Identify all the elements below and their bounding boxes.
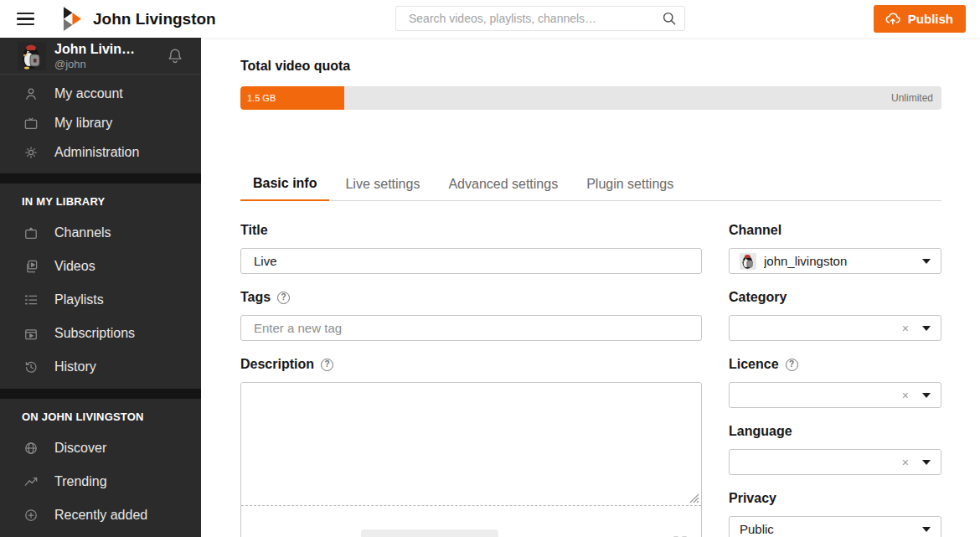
tags-help-icon[interactable] (277, 292, 290, 304)
sidebar-item-my-account[interactable]: My account (0, 79, 201, 108)
chevron-down-icon (922, 326, 931, 331)
top-header: John Livingston Publish (0, 0, 980, 38)
chevron-down-icon (922, 393, 931, 398)
description-group: Description Tr (240, 357, 702, 537)
globe-icon (23, 440, 39, 457)
playlist-icon (23, 292, 39, 308)
person-icon (23, 85, 39, 102)
basic-info-form: Title Tags Description (240, 223, 941, 537)
sidebar-item-label: Playlists (54, 292, 104, 307)
history-clock-icon (23, 359, 39, 375)
privacy-group: Privacy Public (729, 491, 941, 537)
chevron-down-icon (922, 259, 931, 264)
sidebar-item-label: History (54, 359, 96, 374)
description-preview-controls: Truncated preview Complete preview (241, 506, 701, 537)
quota-title: Total video quota (240, 59, 941, 74)
form-right-column: Channel (729, 223, 941, 537)
sidebar-item-label: Channels (54, 225, 111, 240)
sidebar-item-videos[interactable]: Videos (0, 250, 201, 283)
sidebar-item-my-library[interactable]: My library (0, 108, 201, 137)
sidebar-item-label: My account (54, 86, 123, 101)
sidebar-item-history[interactable]: History (0, 350, 201, 384)
notifications-bell-icon[interactable] (166, 45, 184, 67)
sidebar-user-block: John Livingston @john (0, 38, 201, 75)
category-label: Category (729, 290, 787, 305)
sidebar-item-label: Videos (54, 259, 95, 274)
user-meta: John Livingston @john (54, 42, 166, 70)
instance-title[interactable]: John Livingston (93, 10, 216, 28)
video-stack-icon (23, 258, 39, 275)
licence-group: Licence (729, 357, 941, 408)
tab-live-settings[interactable]: Live settings (333, 170, 432, 201)
sidebar-divider (0, 389, 201, 399)
publish-button[interactable]: Publish (874, 5, 966, 33)
tab-plugin-settings[interactable]: Plugin settings (574, 170, 686, 201)
sidebar-item-playlists[interactable]: Playlists (0, 283, 201, 317)
sidebar-item-label: Discover (54, 441, 106, 456)
section-title: ON JOHN LIVINGSTON (0, 410, 201, 423)
sidebar-item-subscriptions[interactable]: Subscriptions (0, 317, 201, 350)
search-container (395, 6, 685, 31)
tab-basic-info[interactable]: Basic info (240, 170, 329, 201)
sidebar-divider (0, 173, 201, 183)
section-title: IN MY LIBRARY (0, 195, 201, 208)
language-select[interactable] (729, 449, 941, 475)
quota-progress-bar: 1.5 GB Unlimited (240, 86, 941, 110)
privacy-select[interactable]: Public (729, 516, 941, 537)
settings-tabs: Basic info Live settings Advanced settin… (240, 170, 941, 201)
clear-icon[interactable] (902, 390, 909, 401)
tags-input[interactable] (240, 315, 702, 341)
category-group: Category (729, 290, 941, 341)
clear-icon[interactable] (902, 457, 909, 468)
sidebar-item-discover[interactable]: Discover (0, 431, 201, 465)
channel-select[interactable]: john_livingston (729, 248, 941, 274)
sidebar-item-channels[interactable]: Channels (0, 216, 201, 250)
user-name[interactable]: John Livingston (54, 42, 142, 57)
language-label: Language (729, 424, 792, 439)
licence-select[interactable] (729, 382, 941, 408)
sidebar-item-label: Trending (54, 474, 107, 489)
user-handle: @john (54, 58, 166, 70)
privacy-label: Privacy (729, 491, 776, 506)
truncated-preview-button[interactable]: Truncated preview (361, 529, 498, 537)
publish-button-label: Publish (908, 12, 953, 26)
description-help-icon[interactable] (321, 359, 333, 371)
sidebar-item-recently-added[interactable]: Recently added (0, 498, 201, 532)
sidebar-instance-section: ON JOHN LIVINGSTON Discover Trending (0, 399, 201, 537)
search-input[interactable] (395, 6, 685, 31)
resize-handle-icon[interactable] (689, 493, 699, 503)
plus-circle-icon (23, 507, 39, 524)
search-icon[interactable] (661, 10, 678, 27)
main-content: Total video quota 1.5 GB Unlimited Basic… (201, 38, 980, 537)
licence-help-icon[interactable] (786, 359, 798, 371)
quota-total-label: Unlimited (891, 86, 933, 110)
sidebar-item-label: Recently added (54, 508, 147, 523)
quota-used-label: 1.5 GB (240, 93, 276, 103)
quota-progress-fill: 1.5 GB (240, 86, 344, 110)
user-avatar[interactable] (18, 42, 46, 70)
sidebar-item-administration[interactable]: Administration (0, 137, 201, 167)
title-input[interactable] (240, 248, 702, 274)
sidebar-library-section: IN MY LIBRARY Channels Videos (0, 183, 201, 389)
chevron-down-icon (922, 460, 931, 465)
peertube-logo-icon[interactable] (62, 7, 81, 31)
complete-preview-button[interactable]: Complete preview (512, 529, 646, 537)
form-left-column: Title Tags Description (240, 223, 702, 537)
sidebar-item-trending[interactable]: Trending (0, 465, 201, 498)
category-select[interactable] (729, 315, 941, 341)
sidebar: John Livingston @john My account (0, 38, 201, 537)
tab-advanced-settings[interactable]: Advanced settings (436, 170, 570, 201)
menu-toggle-button[interactable] (17, 9, 37, 29)
description-label: Description (240, 357, 314, 372)
tags-label: Tags (240, 290, 271, 305)
sidebar-account-section: My account My library Administration (0, 75, 201, 173)
description-textarea[interactable] (241, 383, 701, 505)
tv-icon (23, 115, 39, 132)
language-group: Language (729, 424, 941, 475)
channel-group: Channel (729, 223, 941, 274)
clear-icon[interactable] (902, 323, 909, 334)
description-editor: Truncated preview Complete preview (240, 382, 702, 537)
licence-label: Licence (729, 357, 779, 372)
tags-group: Tags (240, 290, 702, 341)
gear-icon (23, 144, 39, 161)
